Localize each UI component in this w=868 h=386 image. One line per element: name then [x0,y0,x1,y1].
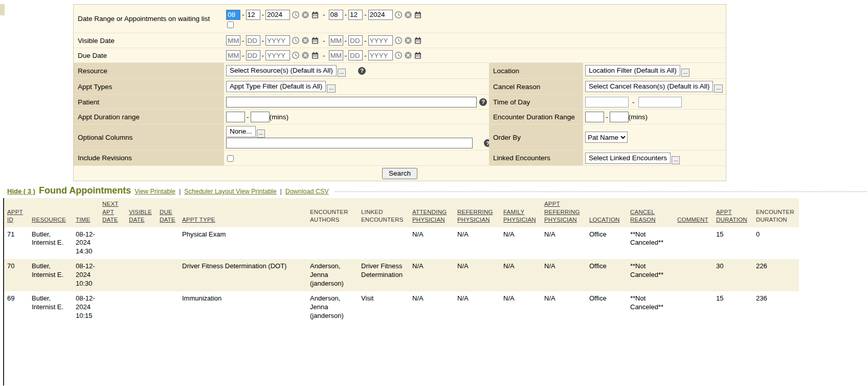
sort-link-location[interactable]: LOCATION [589,217,620,223]
sort-link-attending-physician[interactable]: ATTENDING PHYSICIAN [412,209,447,223]
sort-link-resource[interactable]: RESOURCE [32,217,66,223]
due-to-dd-input[interactable] [348,50,363,60]
appt-type-filter-button[interactable]: Appt Type Filter (Default is All) [226,81,326,92]
clear-date-icon[interactable] [301,51,309,59]
sort-link-appt-id[interactable]: APPT ID [7,209,23,223]
download-csv-link[interactable]: Download CSV [285,188,329,195]
due-to-yyyy-input[interactable] [368,50,393,60]
view-printable-link[interactable]: View Printable [135,188,175,195]
cell-due-date [157,259,179,291]
col-header-cancel-reason: CANCEL REASON [627,198,674,227]
date-range-to-dd-input[interactable] [348,10,363,20]
optional-columns-button[interactable]: None... [226,126,256,137]
location-more-button[interactable]: ... [681,69,689,77]
cancel-reason-filter-button[interactable]: Select Cancel Reason(s) (Default is All) [585,81,713,92]
time-of-day-from-input[interactable] [585,97,629,108]
sort-link-comment[interactable]: COMMENT [677,217,708,223]
location-filter-button[interactable]: Location Filter (Default is All) [585,65,680,76]
appointment-row-69[interactable]: 69Butler, Internist E.08-12-2024 10:15Im… [4,291,799,324]
patient-search-input[interactable] [226,97,477,108]
sort-link-appt-type[interactable]: APPT TYPE [182,217,215,223]
col-header-resource: RESOURCE [29,198,73,227]
calendar-icon[interactable] [311,36,319,45]
cell-family-physician: N/A [500,259,541,291]
time-of-day-to-input[interactable] [638,97,682,108]
resource-more-button[interactable]: ... [338,69,346,77]
clear-date-icon[interactable] [404,11,412,19]
clear-date-icon[interactable] [301,36,309,45]
calendar-icon[interactable] [414,51,422,59]
time-picker-icon[interactable] [292,36,300,45]
clear-date-icon[interactable] [404,51,412,59]
clear-date-icon[interactable] [404,36,412,45]
sort-link-visible-date[interactable]: VISIBLE DATE [129,209,152,223]
date-range-from-yyyy-input[interactable] [265,10,290,20]
visible-from-dd-input[interactable] [246,35,260,46]
optional-columns-input[interactable] [226,138,473,148]
hide-results-link[interactable]: Hide ( 3 ) [7,187,35,195]
calendar-icon[interactable] [311,11,319,19]
time-picker-icon[interactable] [394,51,403,59]
sort-link-cancel-reason[interactable]: CANCEL REASON [630,209,656,223]
encounter-duration-label: Encounter Duration Range [489,110,583,124]
sort-link-due-date[interactable]: DUE DATE [160,209,175,223]
time-picker-icon[interactable] [292,51,300,59]
due-from-yyyy-input[interactable] [265,50,290,60]
cell-encounter-authors [307,227,358,260]
linked-encounters-more-button[interactable]: ... [672,156,680,164]
sort-link-next-apt-date[interactable]: NEXT APT DATE [102,201,118,223]
calendar-icon[interactable] [311,51,319,59]
date-range-to-yyyy-input[interactable] [368,10,393,20]
search-button[interactable]: Search [382,168,417,179]
sort-link-appt-duration[interactable]: APPT DURATION [716,209,747,223]
sort-link-time[interactable]: TIME [76,217,90,223]
cell-next-apt-date [99,259,126,291]
date-range-to-mm-input[interactable] [329,10,343,20]
time-picker-icon[interactable] [394,11,403,19]
table-header-row: APPT IDRESOURCETIMENEXT APT DATEVISIBLE … [4,198,799,227]
due-to-mm-input[interactable] [329,50,343,60]
order-by-select[interactable]: Pat Name [585,132,628,143]
linked-encounters-button[interactable]: Select Linked Encounters [585,153,671,164]
visible-to-dd-input[interactable] [348,35,363,46]
sort-link-appt-referring-physician[interactable]: APPT REFERRING PHYSICIAN [544,201,580,223]
sort-link-family-physician[interactable]: FAMILY PHYSICIAN [503,209,536,223]
sort-link-referring-physician[interactable]: REFERRING PHYSICIAN [457,209,493,223]
encounter-duration-min-input[interactable] [585,112,604,122]
cancel-reason-more-button[interactable]: ... [714,84,722,93]
cell-linked-encounters: Driver Fitness Determination [358,259,409,291]
time-picker-icon[interactable] [292,11,300,19]
visible-to-mm-input[interactable] [329,35,343,46]
include-revisions-checkbox[interactable] [227,155,234,162]
visible-from-mm-input[interactable] [226,35,240,46]
time-picker-icon[interactable] [394,36,403,45]
scheduler-layout-printable-link[interactable]: Scheduler Layout View Printable [184,188,276,195]
calendar-icon[interactable] [414,36,422,45]
visible-to-yyyy-input[interactable] [368,35,393,46]
due-from-mm-input[interactable] [226,50,240,60]
appointment-row-71[interactable]: 71Butler, Internist E.08-12-2024 14:30Ph… [4,227,799,260]
due-from-dd-input[interactable] [246,50,260,60]
date-range-from-mm-input[interactable] [226,10,240,20]
order-by-label: Order By [489,124,583,150]
date-range-from-dd-input[interactable] [246,10,260,20]
waiting-list-checkbox[interactable] [227,22,234,28]
visible-from-yyyy-input[interactable] [265,35,290,46]
form-row-durations: Appt Duration range - (mins) Encounter D… [74,109,726,124]
encounter-duration-max-input[interactable] [610,112,629,122]
resource-help-icon[interactable]: ? [358,67,366,75]
appt-duration-min-input[interactable] [226,112,245,122]
patient-help-icon[interactable]: ? [479,98,487,106]
cell-comment [674,259,713,291]
due-date-label: Due Date [74,48,224,62]
appointment-row-70[interactable]: 70Butler, Internist E.08-12-2024 10:30Dr… [4,259,799,291]
clear-date-icon[interactable] [301,11,309,19]
cell-appt-id: 69 [4,291,29,324]
results-section: Hide ( 3 ) Found Appointments View Print… [0,185,868,385]
form-row-visible-date: Visible Date - - - - - [74,33,726,48]
calendar-icon[interactable] [414,11,422,19]
appt-type-more-button[interactable]: ... [327,84,335,93]
appt-duration-max-input[interactable] [251,112,270,122]
resource-filter-button[interactable]: Select Resource(s) (Default is All) [226,65,337,76]
optional-columns-more-button[interactable]: ... [257,130,265,138]
